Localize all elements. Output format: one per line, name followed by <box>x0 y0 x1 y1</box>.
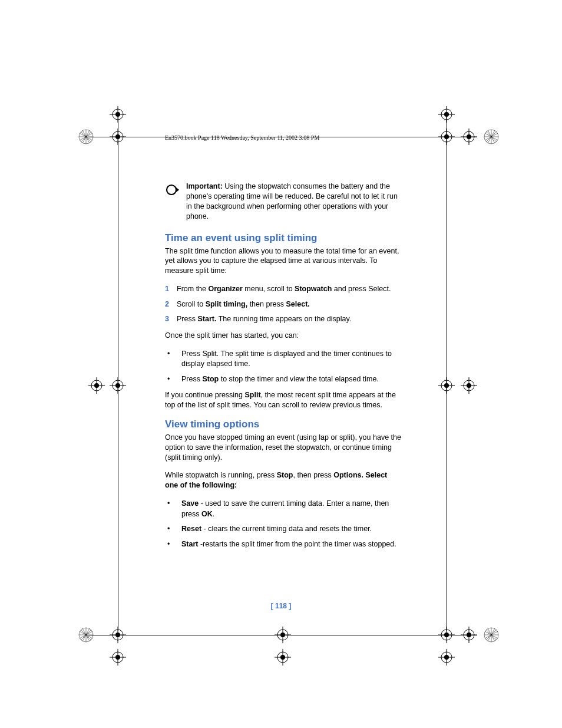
section-heading-view-options: View timing options <box>165 419 402 430</box>
options-list: • Save - used to save the current timing… <box>165 499 402 549</box>
registration-mark-icon <box>110 649 126 666</box>
registration-mark-icon <box>110 377 126 394</box>
svg-point-55 <box>467 383 471 388</box>
svg-point-18 <box>115 112 120 117</box>
svg-point-80 <box>280 655 285 660</box>
svg-point-14 <box>115 134 120 139</box>
step-text: Press Start. The running time appears on… <box>177 314 402 325</box>
important-text: Important: Using the stopwatch consumes … <box>183 182 402 222</box>
svg-point-68 <box>115 633 120 637</box>
step-number: 1 <box>165 284 177 295</box>
section2-para2: While stopwatch is running, press Stop, … <box>165 470 402 490</box>
registration-mark-icon <box>110 627 126 643</box>
important-label: Important: <box>186 182 223 190</box>
bullet-list: • Press Split. The split time is display… <box>165 349 402 385</box>
bullet-text: Press Stop to stop the timer and view th… <box>181 374 402 385</box>
registration-mark-icon <box>110 129 126 145</box>
registration-mark-icon <box>438 627 455 643</box>
svg-point-92 <box>467 633 471 637</box>
registration-mark-icon <box>461 377 477 394</box>
document-page: En3570.book Page 118 Wednesday, Septembe… <box>0 0 562 728</box>
svg-point-26 <box>444 134 449 139</box>
registration-mark-icon <box>275 649 291 666</box>
page-number: [ 118 ] <box>0 602 562 610</box>
crop-line <box>88 137 477 137</box>
registration-hatch-icon <box>78 129 94 145</box>
bullet-text: Reset - clears the current timing data a… <box>181 524 402 535</box>
section1-intro: The split time function allows you to me… <box>165 246 402 276</box>
bullet-icon: • <box>165 374 181 385</box>
page-header: En3570.book Page 118 Wednesday, Septembe… <box>165 134 319 141</box>
step-item: 1 From the Organizer menu, scroll to Sto… <box>165 284 402 295</box>
registration-hatch-icon <box>78 627 94 643</box>
steps-list: 1 From the Organizer menu, scroll to Sto… <box>165 284 402 325</box>
bullet-item: • Start -restarts the split timer from t… <box>165 539 402 550</box>
section1-aftersteps: Once the split timer has started, you ca… <box>165 331 402 341</box>
svg-point-43 <box>94 383 99 388</box>
registration-mark-icon <box>438 649 455 666</box>
bullet-item: • Save - used to save the current timing… <box>165 499 402 519</box>
registration-mark-icon <box>461 627 477 643</box>
registration-mark-icon <box>438 377 455 394</box>
section2-intro: Once you have stopped timing an event (u… <box>165 433 402 463</box>
important-note: Important: Using the stopwatch consumes … <box>165 182 402 222</box>
bullet-icon: • <box>165 539 181 550</box>
svg-point-88 <box>444 655 449 660</box>
registration-hatch-icon <box>483 129 500 145</box>
step-item: 3 Press Start. The running time appears … <box>165 314 402 325</box>
bullet-item: • Press Split. The split time is display… <box>165 349 402 370</box>
bullet-text: Start -restarts the split timer from the… <box>181 539 402 550</box>
svg-point-0 <box>167 185 176 195</box>
svg-point-76 <box>280 633 285 637</box>
crop-line <box>118 112 118 631</box>
registration-mark-icon <box>275 627 291 643</box>
step-item: 2 Scroll to Split timing, then press Sel… <box>165 299 402 310</box>
svg-point-51 <box>444 383 449 388</box>
step-number: 2 <box>165 299 177 310</box>
svg-point-30 <box>467 134 471 139</box>
registration-mark-icon <box>461 129 477 145</box>
registration-mark-icon <box>110 106 126 123</box>
bullet-text: Press Split. The split time is displayed… <box>181 349 402 370</box>
section1-outro: If you continue pressing Split, the most… <box>165 390 402 410</box>
bullet-item: • Reset - clears the current timing data… <box>165 524 402 535</box>
section-heading-split-timing: Time an event using split timing <box>165 232 402 244</box>
svg-point-22 <box>444 112 449 117</box>
bullet-icon: • <box>165 499 181 519</box>
step-text: Scroll to Split timing, then press Selec… <box>177 299 402 310</box>
crop-line <box>447 112 447 631</box>
svg-point-84 <box>444 633 449 637</box>
registration-mark-icon <box>438 129 455 145</box>
svg-marker-1 <box>176 187 179 192</box>
registration-hatch-icon <box>483 627 500 643</box>
svg-point-47 <box>115 383 120 388</box>
bullet-item: • Press Stop to stop the timer and view … <box>165 374 402 385</box>
svg-point-72 <box>115 655 120 660</box>
bullet-icon: • <box>165 524 181 535</box>
step-text: From the Organizer menu, scroll to Stopw… <box>177 284 402 295</box>
bullet-text: Save - used to save the current timing d… <box>181 499 402 519</box>
registration-mark-icon <box>88 377 105 394</box>
page-content: Important: Using the stopwatch consumes … <box>165 182 402 555</box>
registration-mark-icon <box>438 106 455 123</box>
step-number: 3 <box>165 314 177 325</box>
bullet-icon: • <box>165 349 181 370</box>
important-icon <box>165 182 183 222</box>
